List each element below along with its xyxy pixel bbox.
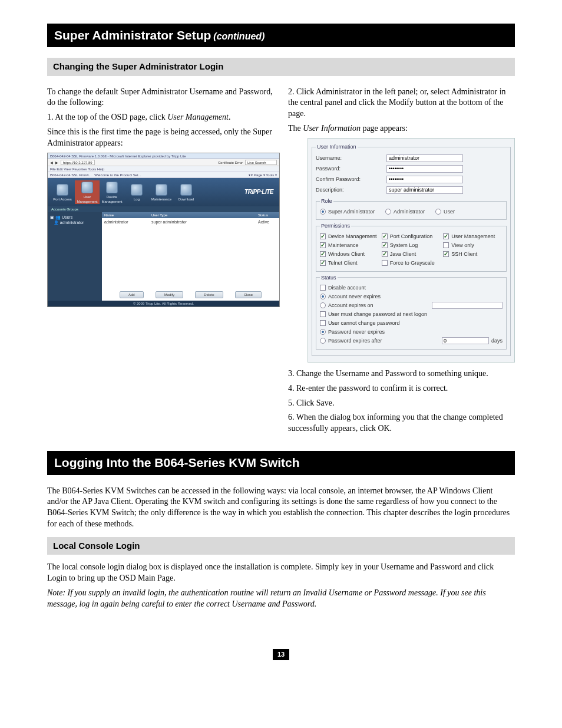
disable-account-check[interactable] <box>320 285 326 291</box>
user-list-panel: Name User Type Status administrator supe… <box>102 212 279 301</box>
user-information-group: User Information Username: Password: Con… <box>312 143 511 356</box>
role-group: Role Super Administrator Administrator U… <box>316 197 507 220</box>
wrench-icon <box>156 184 167 196</box>
logging-intro-paragraph: The B064-Series KVM Switches can be acce… <box>47 486 515 531</box>
perm-telnet-client-check[interactable] <box>320 260 326 266</box>
back-icon[interactable]: ◀ <box>50 160 53 165</box>
fwd-icon[interactable]: ▶ <box>55 160 58 165</box>
action-button-row: Add Modify Delete Close <box>102 291 279 298</box>
step-4: 4. Re-enter the password to confirm it i… <box>288 383 515 394</box>
perm-user-management-check[interactable] <box>443 233 449 239</box>
perm-system-log-check[interactable] <box>382 242 388 248</box>
cert-error-badge: Certificate Error <box>218 160 243 165</box>
close-button[interactable]: Close <box>235 291 262 298</box>
perm-grayscale-check[interactable] <box>382 260 388 266</box>
screenshot-user-management-page: B064-042-04 SSL Firmware 1.0.063 - Micro… <box>47 153 280 307</box>
search-box[interactable]: Live Search <box>245 160 277 165</box>
perm-device-management-check[interactable] <box>320 233 326 239</box>
perm-maintenance-check[interactable] <box>320 242 326 248</box>
confirm-password-label: Confirm Password: <box>316 176 386 183</box>
device-icon <box>106 182 118 193</box>
cube-icon <box>57 184 68 196</box>
tree-item-administrator[interactable]: administrator <box>60 220 84 225</box>
step-1: 1. At the top of the OSD page, click Use… <box>47 112 274 123</box>
intro-paragraph: To change the default Super Administrato… <box>47 87 274 109</box>
step-5: 5. Click Save. <box>288 398 515 409</box>
subtabs[interactable]: Accounts Groups <box>48 206 279 212</box>
role-super-admin-radio[interactable] <box>320 209 326 215</box>
section-header-super-admin: Super Administrator Setup (continued) <box>47 24 515 47</box>
section-header-logging-in: Logging Into the B064-Series KVM Switch <box>47 451 515 475</box>
account-expires-on-radio[interactable] <box>320 302 326 308</box>
tool-port-access[interactable]: Port Access <box>50 183 75 202</box>
download-icon <box>180 184 192 196</box>
username-label: Username: <box>316 154 386 162</box>
left-column: To change the default Super Administrato… <box>47 83 274 439</box>
password-expires-after-radio[interactable] <box>320 338 326 344</box>
tool-maintenance[interactable]: Maintenance <box>149 183 174 202</box>
delete-button[interactable]: Delete <box>195 291 223 298</box>
url-field[interactable]: https://10.3.227.89 <box>61 160 95 165</box>
users-icon <box>81 182 93 193</box>
subsection-changing-login: Changing the Super Administrator Login <box>47 58 515 75</box>
right-column: 2. Click Administrator in the left panel… <box>288 83 515 439</box>
role-admin-radio[interactable] <box>385 209 391 215</box>
log-icon <box>131 184 143 196</box>
permissions-group: Permissions Device Management Port Confi… <box>316 222 507 271</box>
screenshot-user-information-dialog: User Information Username: Password: Con… <box>308 138 515 363</box>
copyright-footer: © 2009 Tripp Lite. All Rights Reserved. <box>48 301 279 307</box>
username-field[interactable] <box>386 154 463 162</box>
password-expire-days-field[interactable] <box>442 337 489 344</box>
role-user-radio[interactable] <box>435 209 441 215</box>
status-group: Status Disable account Account never exp… <box>316 274 507 350</box>
subsection-local-console: Local Console Login <box>47 537 515 555</box>
confirm-password-field[interactable] <box>386 176 463 183</box>
osd-toolbar: Port Access User Management Device Manag… <box>48 178 279 206</box>
step-6: 6. When the dialog box informing you tha… <box>288 412 515 434</box>
section-title: Super Administrator Setup <box>54 28 211 42</box>
browser-menu: File Edit View Favorites Tools Help <box>48 166 279 172</box>
page-number: 13 <box>273 649 289 660</box>
local-console-paragraph: The local console login dialog box is di… <box>47 562 515 584</box>
password-never-expires-radio[interactable] <box>320 329 326 335</box>
step-3: 3. Change the Username and Password to s… <box>288 368 515 380</box>
address-bar: ◀ ▶ https://10.3.227.89 Certificate Erro… <box>48 159 279 166</box>
browser-tabs-row: B064-042-04 SSL Firmw... Welcome to the … <box>48 172 279 178</box>
description-field[interactable] <box>386 186 463 194</box>
account-never-expires-radio[interactable] <box>320 294 326 299</box>
tool-device-management[interactable]: Device Management <box>100 180 124 204</box>
left-tree-panel: ▣ 👥 Users 👤 administrator <box>48 212 102 301</box>
perm-windows-client-check[interactable] <box>320 251 326 257</box>
perm-port-configuration-check[interactable] <box>382 233 388 239</box>
perm-view-only-check[interactable] <box>443 242 449 248</box>
password-field[interactable] <box>386 165 463 173</box>
account-expires-date-field[interactable] <box>432 302 503 309</box>
perm-ssh-client-check[interactable] <box>443 251 449 257</box>
window-title: B064-042-04 SSL Firmware 1.0.063 - Micro… <box>48 153 279 159</box>
invalid-login-note: Note: If you supply an invalid login, th… <box>47 588 515 610</box>
brand-logo: TRIPP·LITE <box>244 188 277 196</box>
tool-user-management[interactable]: User Management <box>75 180 100 204</box>
perm-java-client-check[interactable] <box>382 251 388 257</box>
user-info-appears: The User Information page appears: <box>288 123 515 134</box>
add-button[interactable]: Add <box>120 291 144 298</box>
section-subtitle: (continued) <box>213 31 265 41</box>
section-title-logging: Logging Into the B064-Series KVM Switch <box>54 456 300 469</box>
must-change-password-check[interactable] <box>320 311 326 317</box>
table-row[interactable]: administrator super administrator Active <box>102 218 279 226</box>
browser-tools-icons: ▾ ▾ Page ▾ Tools ▾ <box>249 173 277 177</box>
column-headers: Name User Type Status <box>102 212 279 218</box>
first-access-note: Since this is the first time the page is… <box>47 127 274 149</box>
description-label: Description: <box>316 186 386 193</box>
password-label: Password: <box>316 165 386 172</box>
tool-download[interactable]: Download <box>174 183 199 202</box>
modify-button[interactable]: Modify <box>156 291 184 298</box>
cannot-change-password-check[interactable] <box>320 320 326 326</box>
tool-log[interactable]: Log <box>124 183 149 202</box>
step-2: 2. Click Administrator in the left panel… <box>288 87 515 120</box>
